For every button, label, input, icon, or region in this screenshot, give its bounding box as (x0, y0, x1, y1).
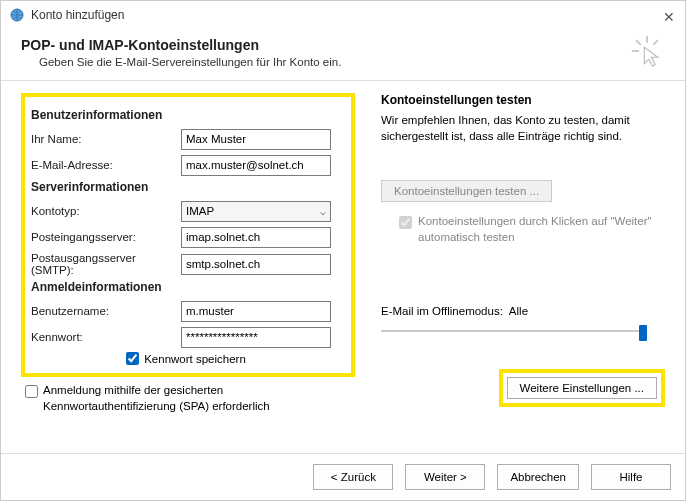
highlight-settings: Benutzerinformationen Ihr Name: E-Mail-A… (21, 93, 355, 377)
click-cursor-icon (629, 33, 665, 69)
email-label: E-Mail-Adresse: (31, 159, 181, 171)
test-settings-button[interactable]: Kontoeinstellungen testen ... (381, 180, 552, 202)
email-input[interactable] (181, 155, 331, 176)
login-info-title: Anmeldeinformationen (31, 280, 341, 294)
help-button[interactable]: Hilfe (591, 464, 671, 490)
user-info-title: Benutzerinformationen (31, 108, 341, 122)
test-desc: Wir empfehlen Ihnen, das Konto zu testen… (381, 113, 665, 144)
slider-track (381, 330, 647, 332)
add-account-dialog: Konto hinzufügen ✕ POP- und IMAP-Kontoei… (0, 0, 686, 501)
more-settings-button[interactable]: Weitere Einstellungen ... (507, 377, 657, 399)
account-type-select[interactable]: IMAP ⌵ (181, 201, 331, 222)
back-button[interactable]: < Zurück (313, 464, 393, 490)
window-title: Konto hinzufügen (31, 8, 124, 22)
left-column: Benutzerinformationen Ihr Name: E-Mail-A… (13, 87, 363, 420)
next-button[interactable]: Weiter > (405, 464, 485, 490)
footer: < Zurück Weiter > Abbrechen Hilfe (1, 453, 685, 500)
server-info-title: Serverinformationen (31, 180, 341, 194)
outgoing-input[interactable] (181, 254, 331, 275)
right-column: Kontoeinstellungen testen Wir empfehlen … (363, 87, 673, 420)
svg-line-4 (653, 40, 658, 45)
slider-thumb[interactable] (639, 325, 647, 341)
page-title: POP- und IMAP-Kontoeinstellungen (21, 37, 665, 53)
auto-test-label: Kontoeinstellungen durch Klicken auf "We… (418, 214, 665, 245)
offline-label: E-Mail im Offlinemodus: (381, 305, 503, 317)
test-title: Kontoeinstellungen testen (381, 93, 665, 107)
close-icon[interactable]: ✕ (663, 9, 675, 25)
svg-line-3 (636, 40, 641, 45)
incoming-input[interactable] (181, 227, 331, 248)
username-input[interactable] (181, 301, 331, 322)
page-subtitle: Geben Sie die E-Mail-Servereinstellungen… (39, 56, 665, 68)
cancel-button[interactable]: Abbrechen (497, 464, 579, 490)
password-input[interactable] (181, 327, 331, 348)
globe-icon (9, 7, 25, 23)
password-label: Kennwort: (31, 331, 181, 343)
name-label: Ihr Name: (31, 133, 181, 145)
spa-checkbox[interactable] (25, 385, 38, 398)
highlight-more-settings: Weitere Einstellungen ... (499, 369, 665, 407)
outgoing-label: Postausgangsserver (SMTP): (31, 252, 181, 276)
spa-row: Anmeldung mithilfe der gesicherten Kennw… (21, 383, 355, 414)
account-type-label: Kontotyp: (31, 205, 181, 217)
account-type-value: IMAP (186, 205, 214, 217)
titlebar: Konto hinzufügen ✕ (1, 1, 685, 29)
auto-test-checkbox[interactable] (399, 216, 412, 229)
header: POP- und IMAP-Kontoeinstellungen Geben S… (1, 29, 685, 78)
username-label: Benutzername: (31, 305, 181, 317)
content: Benutzerinformationen Ihr Name: E-Mail-A… (1, 87, 685, 420)
incoming-label: Posteingangsserver: (31, 231, 181, 243)
save-password-checkbox[interactable] (126, 352, 139, 365)
name-input[interactable] (181, 129, 331, 150)
save-password-label: Kennwort speichern (144, 353, 246, 365)
offline-slider[interactable] (381, 323, 647, 339)
offline-value: Alle (509, 305, 528, 317)
divider (1, 80, 685, 81)
chevron-down-icon: ⌵ (320, 206, 326, 217)
spa-label: Anmeldung mithilfe der gesicherten Kennw… (43, 383, 355, 414)
